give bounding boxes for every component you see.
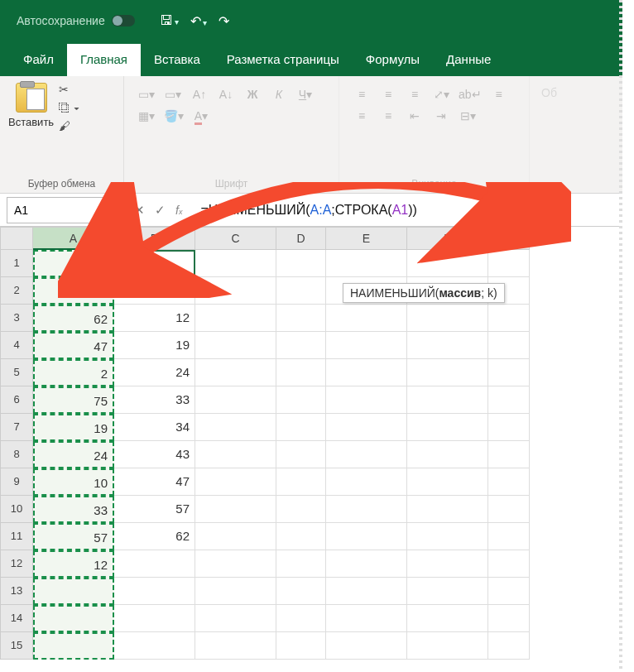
cell[interactable]: 57 bbox=[114, 496, 195, 523]
tab-formulas[interactable]: Формулы bbox=[353, 44, 433, 76]
undo-icon[interactable]: ↶▾ bbox=[190, 13, 207, 29]
cell[interactable] bbox=[195, 632, 276, 660]
cell[interactable] bbox=[407, 550, 488, 578]
font-color-icon[interactable]: A▾ bbox=[192, 109, 210, 122]
row-header[interactable]: 7 bbox=[0, 414, 33, 441]
cell[interactable] bbox=[195, 605, 276, 632]
name-box[interactable]: A1 ▼ bbox=[7, 197, 121, 223]
align-top-icon[interactable]: ≡ bbox=[353, 88, 371, 101]
row-header[interactable]: 2 bbox=[0, 277, 33, 305]
cell[interactable] bbox=[114, 550, 195, 578]
font-size-dropdown[interactable]: ▭▾ bbox=[164, 88, 182, 101]
cell[interactable]: 10 bbox=[33, 468, 114, 496]
row-header[interactable]: 4 bbox=[0, 332, 33, 359]
toggle-switch-icon[interactable] bbox=[112, 15, 135, 26]
cell[interactable] bbox=[33, 605, 114, 632]
cancel-icon[interactable]: ✕ bbox=[134, 203, 145, 218]
tab-insert[interactable]: Вставка bbox=[141, 44, 214, 76]
align-right-icon[interactable]: ≡ bbox=[379, 109, 397, 122]
save-icon[interactable]: 🖫▾ bbox=[160, 13, 179, 28]
cell[interactable] bbox=[326, 632, 407, 660]
cell[interactable]: 75 bbox=[33, 386, 114, 414]
col-header-A[interactable]: A bbox=[33, 227, 114, 250]
cell[interactable]: 47 bbox=[114, 468, 195, 496]
row-header[interactable]: 13 bbox=[0, 578, 33, 605]
tab-file[interactable]: Файл bbox=[10, 44, 67, 76]
cell[interactable] bbox=[326, 496, 407, 523]
spreadsheet-grid[interactable]: A B C D E F G 143A:A;2341036212447195224… bbox=[0, 227, 634, 660]
cell[interactable]: 34 bbox=[33, 277, 114, 305]
cell[interactable] bbox=[195, 441, 276, 468]
col-header-E[interactable]: E bbox=[326, 227, 407, 250]
cell[interactable] bbox=[114, 578, 195, 605]
cell[interactable]: 57 bbox=[33, 523, 114, 550]
general-format-dropdown[interactable]: Об bbox=[538, 83, 625, 103]
cell[interactable] bbox=[326, 332, 407, 359]
cell[interactable] bbox=[276, 332, 326, 359]
fill-color-icon[interactable]: 🪣▾ bbox=[164, 109, 184, 122]
cell[interactable] bbox=[488, 632, 530, 660]
cell[interactable]: 19 bbox=[33, 414, 114, 441]
cell[interactable]: 33 bbox=[33, 496, 114, 523]
col-header-F[interactable]: F bbox=[407, 227, 488, 250]
format-painter-icon[interactable]: 🖌 bbox=[59, 119, 79, 132]
cell[interactable]: 43 bbox=[33, 250, 114, 277]
cell[interactable] bbox=[195, 496, 276, 523]
cell[interactable] bbox=[488, 550, 530, 578]
decrease-font-icon[interactable]: A↓ bbox=[217, 88, 235, 101]
align-middle-icon[interactable]: ≡ bbox=[379, 88, 397, 101]
cell[interactable] bbox=[488, 386, 530, 414]
cell[interactable] bbox=[195, 359, 276, 386]
cell[interactable] bbox=[195, 523, 276, 550]
cell[interactable] bbox=[33, 632, 114, 660]
function-tooltip[interactable]: НАИМЕНЬШИЙ(массив; k) bbox=[343, 283, 505, 303]
cell[interactable] bbox=[276, 468, 326, 496]
underline-button[interactable]: Ч▾ bbox=[296, 88, 315, 101]
bold-button[interactable]: Ж bbox=[243, 88, 262, 101]
row-header[interactable]: 1 bbox=[0, 250, 33, 277]
row-header[interactable]: 12 bbox=[0, 550, 33, 578]
cell[interactable] bbox=[407, 468, 488, 496]
cell[interactable] bbox=[407, 605, 488, 632]
cell[interactable] bbox=[326, 441, 407, 468]
cell[interactable] bbox=[326, 578, 407, 605]
cell[interactable] bbox=[33, 578, 114, 605]
paste-button[interactable]: Вставить bbox=[8, 83, 54, 132]
row-header[interactable]: 15 bbox=[0, 632, 33, 660]
cell[interactable] bbox=[276, 605, 326, 632]
cell[interactable]: 34 bbox=[114, 414, 195, 441]
cell[interactable] bbox=[326, 305, 407, 332]
cell[interactable] bbox=[276, 523, 326, 550]
cell[interactable] bbox=[195, 250, 276, 277]
cell[interactable] bbox=[488, 414, 530, 441]
row-header[interactable]: 14 bbox=[0, 605, 33, 632]
cell[interactable] bbox=[195, 414, 276, 441]
redo-icon[interactable]: ↷ bbox=[219, 13, 229, 29]
cell[interactable] bbox=[407, 250, 488, 277]
cell[interactable]: 24 bbox=[114, 359, 195, 386]
cell[interactable] bbox=[488, 250, 530, 277]
col-header-B[interactable]: B bbox=[114, 227, 195, 250]
cell[interactable] bbox=[407, 496, 488, 523]
cell[interactable] bbox=[488, 523, 530, 550]
copy-icon[interactable]: ⿻ ▾ bbox=[59, 101, 79, 114]
cell[interactable] bbox=[488, 578, 530, 605]
cell[interactable] bbox=[276, 441, 326, 468]
cell[interactable]: A:A; bbox=[114, 250, 195, 277]
borders-icon[interactable]: ▦▾ bbox=[137, 109, 156, 122]
fx-icon[interactable]: fx bbox=[175, 204, 182, 217]
formula-input[interactable]: =НАИМЕНЬШИЙ(A:A;СТРОКА(A1)) bbox=[192, 203, 634, 218]
tab-home[interactable]: Главная bbox=[67, 44, 141, 76]
merge-icon[interactable]: ⊟▾ bbox=[459, 109, 477, 122]
cell[interactable] bbox=[407, 523, 488, 550]
row-header[interactable]: 8 bbox=[0, 441, 33, 468]
chevron-down-icon[interactable]: ▼ bbox=[105, 205, 113, 214]
cell[interactable]: 12 bbox=[33, 550, 114, 578]
cut-icon[interactable]: ✂ bbox=[59, 83, 79, 96]
cell[interactable] bbox=[276, 578, 326, 605]
cell[interactable]: 24 bbox=[33, 441, 114, 468]
cell[interactable] bbox=[326, 386, 407, 414]
cell[interactable] bbox=[195, 332, 276, 359]
cell[interactable]: 19 bbox=[114, 332, 195, 359]
cell[interactable] bbox=[195, 305, 276, 332]
